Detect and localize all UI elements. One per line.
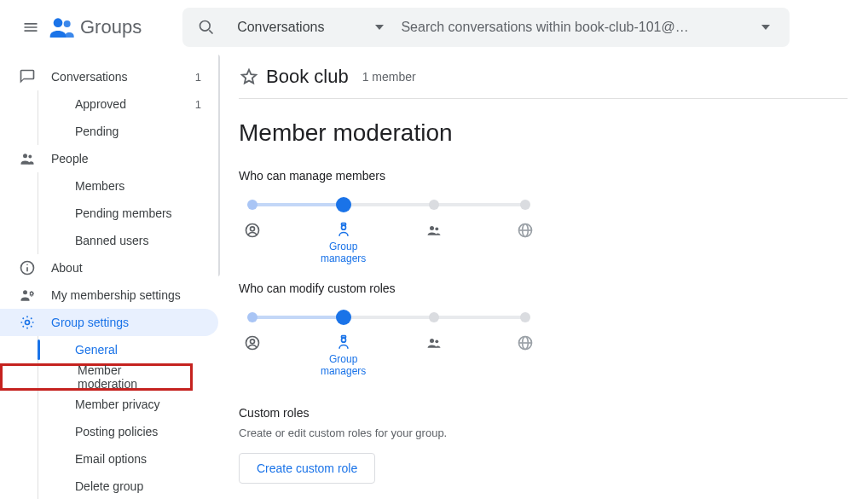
create-custom-role-button[interactable]: Create custom role [239, 453, 375, 484]
svg-rect-22 [341, 336, 345, 339]
slider-icons-custom-roles: Group managers [252, 334, 525, 372]
sidebar-item-email-options[interactable]: Email options [0, 445, 218, 473]
sidebar-item-members[interactable]: Members [0, 172, 218, 200]
sidebar-item-label: Approved [75, 97, 195, 111]
sidebar-item-member-moderation[interactable]: Member moderation [0, 363, 193, 391]
hamburger-icon [22, 19, 39, 36]
svg-point-6 [26, 264, 28, 265]
slider-icons-manage-members: Group managers [252, 222, 525, 259]
people-icon [19, 150, 36, 167]
svg-point-0 [54, 18, 63, 27]
sidebar-item-label: Banned users [75, 234, 201, 247]
sidebar-item-label: Members [75, 179, 201, 193]
sidebar-item-member-privacy[interactable]: Member privacy [0, 391, 218, 418]
person-badge-icon [335, 222, 352, 239]
gear-icon [19, 314, 36, 331]
app-name: Groups [80, 16, 142, 38]
member-count[interactable]: 1 member [362, 70, 416, 84]
sidebar-item-posting-policies[interactable]: Posting policies [0, 418, 218, 445]
search-icon [198, 19, 215, 36]
custom-roles-description: Create or edit custom roles for your gro… [239, 426, 848, 439]
main-content: Book club 1 member Member moderation Who… [218, 55, 868, 499]
section-title: Member moderation [239, 119, 848, 147]
slider-selected-caption: Group managers [310, 353, 378, 377]
svg-point-9 [26, 321, 30, 325]
search-button[interactable] [189, 10, 223, 44]
search-options-button[interactable] [749, 25, 783, 30]
sidebar-item-approved[interactable]: Approved 1 [0, 90, 218, 118]
sidebar-item-count: 1 [195, 98, 201, 111]
sidebar-item-label: About [51, 261, 201, 275]
caret-down-icon [761, 25, 770, 30]
globe-icon [517, 222, 534, 239]
svg-point-20 [251, 339, 255, 344]
person-badge-icon [335, 334, 352, 351]
person-circle-icon [244, 222, 261, 239]
svg-point-7 [23, 290, 27, 294]
svg-point-23 [430, 339, 434, 343]
person-circle-icon [244, 334, 261, 351]
slider-manage-members[interactable] [252, 194, 525, 215]
search-scope-selector[interactable]: Conversations [223, 20, 391, 35]
group-icon [425, 334, 443, 351]
search-bar: Conversations [182, 8, 790, 47]
caret-down-icon [375, 25, 384, 30]
sidebar-item-label: Conversations [51, 70, 195, 84]
setting-custom-roles-label: Who can modify custom roles [239, 281, 848, 295]
sidebar-item-label: My membership settings [51, 288, 201, 302]
sidebar-item-label: Delete group [75, 479, 201, 493]
sidebar-item-banned-users[interactable]: Banned users [0, 227, 218, 254]
sidebar-item-label: People [51, 152, 201, 165]
sidebar-item-label: General [75, 343, 201, 357]
sidebar-item-general[interactable]: General [0, 336, 218, 363]
conversations-icon [19, 68, 36, 85]
sidebar-item-label: Member privacy [75, 397, 201, 411]
star-button[interactable] [239, 67, 259, 87]
sidebar-item-delete-group[interactable]: Delete group [0, 473, 218, 499]
sidebar-item-membership-settings[interactable]: My membership settings [0, 281, 218, 309]
group-icon [425, 222, 443, 239]
svg-point-14 [430, 226, 434, 230]
setting-manage-members-label: Who can manage members [239, 169, 848, 183]
sidebar-item-pending[interactable]: Pending [0, 118, 218, 145]
svg-rect-13 [341, 223, 345, 226]
sidebar: Conversations 1 Approved 1 Pending Peopl… [0, 55, 218, 499]
title-bar: Book club 1 member [239, 55, 848, 99]
info-icon [19, 259, 36, 276]
search-input[interactable] [391, 20, 749, 35]
svg-point-24 [436, 339, 439, 343]
sidebar-item-count: 1 [195, 71, 201, 84]
sidebar-item-conversations[interactable]: Conversations 1 [0, 63, 218, 90]
sidebar-item-people[interactable]: People [0, 145, 218, 172]
sidebar-item-group-settings[interactable]: Group settings [0, 309, 218, 336]
svg-point-2 [23, 154, 27, 158]
sidebar-item-label: Email options [75, 452, 201, 466]
custom-roles-heading: Custom roles [239, 406, 848, 420]
sidebar-item-pending-members[interactable]: Pending members [0, 200, 218, 227]
sidebar-item-label: Member moderation [78, 363, 173, 391]
person-gear-icon [19, 287, 36, 304]
sidebar-item-about[interactable]: About [0, 254, 218, 281]
sidebar-item-label: Posting policies [75, 425, 201, 438]
svg-point-11 [251, 227, 255, 231]
group-title: Book club [266, 66, 349, 88]
sidebar-item-label: Pending [75, 125, 201, 138]
globe-icon [517, 334, 534, 351]
groups-logo-icon [48, 14, 75, 41]
app-logo[interactable]: Groups [48, 14, 142, 41]
search-scope-label: Conversations [237, 20, 324, 35]
star-outline-icon [240, 67, 258, 86]
svg-point-15 [436, 227, 439, 230]
sidebar-item-label: Pending members [75, 206, 201, 220]
slider-custom-roles[interactable] [252, 307, 525, 328]
main-menu-button[interactable] [14, 10, 48, 44]
svg-point-3 [28, 155, 32, 159]
svg-point-1 [64, 20, 71, 27]
sidebar-item-label: Group settings [51, 316, 201, 329]
scrollbar[interactable] [218, 55, 220, 276]
slider-selected-caption: Group managers [310, 241, 378, 264]
